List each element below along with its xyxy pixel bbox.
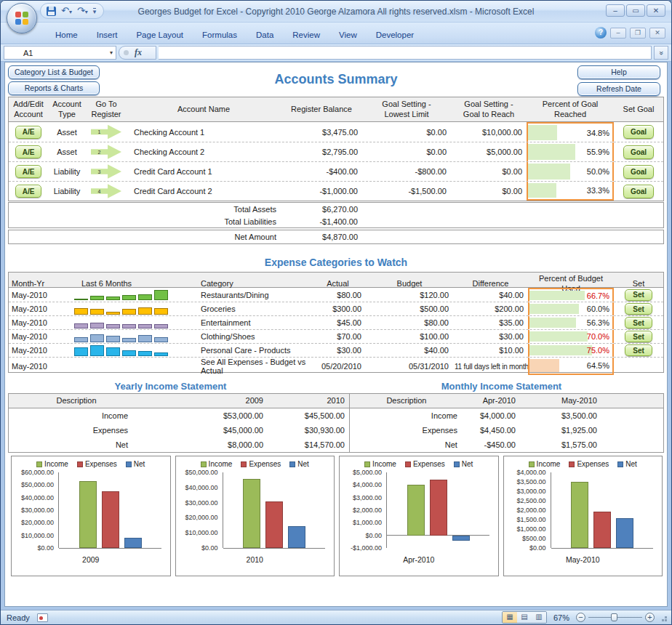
- spark-bar: [74, 299, 88, 300]
- tab-data[interactable]: Data: [247, 25, 283, 44]
- legend-swatch: [126, 461, 132, 467]
- percent-of-budget-cell: 64.5%: [528, 358, 614, 375]
- actual-value: $70.00: [310, 330, 366, 343]
- set-budget-button[interactable]: Set: [625, 289, 652, 301]
- legend-item: Income: [201, 460, 233, 468]
- help-icon[interactable]: ?: [595, 27, 607, 39]
- spark-bar: [122, 309, 136, 315]
- expense-row: May-2010 Groceries $300.00 $500.00 $200.…: [9, 302, 663, 315]
- go-to-register-arrow-button[interactable]: 2: [91, 145, 121, 160]
- legend-label: Income: [537, 460, 561, 468]
- legend-swatch: [364, 461, 370, 467]
- close-button[interactable]: ✕: [647, 4, 665, 17]
- bar-expenses: [430, 480, 447, 536]
- account-row: A/E Liability 4 Credit Card Account 2 -$…: [9, 181, 663, 201]
- expenses-summary-row: May-2010 See All Expenses - Budget vs Ac…: [9, 357, 663, 372]
- bar-expenses: [102, 491, 119, 548]
- set-goal-button[interactable]: Goal: [623, 125, 654, 139]
- page-title: Accounts Summary: [5, 62, 667, 96]
- go-to-register-arrow-button[interactable]: 3: [91, 164, 121, 180]
- legend-item: Net: [126, 460, 145, 468]
- set-goal-button[interactable]: Goal: [623, 185, 654, 198]
- add-edit-account-button[interactable]: A/E: [15, 145, 41, 158]
- value-may: $1,925.00: [519, 423, 617, 438]
- expand-formula-bar-button[interactable]: »: [654, 46, 668, 60]
- chart-legend: IncomeExpensesNet: [176, 459, 335, 469]
- tab-home[interactable]: Home: [46, 25, 87, 44]
- income-row: Net -$450.00 $1,575.00: [350, 438, 663, 452]
- normal-view-button[interactable]: ▦: [503, 612, 517, 623]
- workbook-close-button[interactable]: ✕: [649, 28, 665, 39]
- category-list-budget-button[interactable]: Category List & Budget: [8, 65, 100, 79]
- chart-legend: IncomeExpensesNet: [12, 459, 170, 469]
- set-budget-button[interactable]: Set: [625, 331, 652, 342]
- workbook-minimize-button[interactable]: –: [610, 28, 626, 39]
- zoom-out-button[interactable]: −: [576, 613, 585, 622]
- net-amount-label: Net Amount: [9, 230, 281, 243]
- zoom-in-button[interactable]: +: [645, 613, 655, 622]
- value-may: $1,575.00: [519, 438, 617, 452]
- go-to-register-arrow-button[interactable]: 4: [91, 184, 121, 199]
- set-budget-button[interactable]: Set: [625, 344, 652, 356]
- y-tick-label: $2,000.00: [353, 507, 382, 514]
- bar-net: [452, 536, 470, 541]
- expense-category: Groceries: [196, 302, 310, 315]
- spark-bar: [138, 294, 152, 300]
- set-budget-button[interactable]: Set: [625, 317, 652, 328]
- spark-bar: [154, 324, 168, 328]
- name-box[interactable]: A1 ▾: [4, 46, 116, 60]
- insert-function-icon[interactable]: fx: [135, 47, 142, 58]
- column-header: Goal Setting - Lowest Limit: [362, 97, 451, 121]
- monthly-header-row: Description Apr-2010 May-2010: [350, 394, 663, 408]
- month-yr: May-2010: [9, 344, 65, 357]
- macro-record-icon[interactable]: [37, 613, 48, 622]
- net-amount-value: $4,870.00: [281, 230, 362, 243]
- slider-thumb[interactable]: [611, 613, 617, 621]
- tab-view[interactable]: View: [329, 25, 367, 44]
- office-button[interactable]: [7, 3, 37, 33]
- legend-swatch: [617, 461, 623, 467]
- value-2010: $30,930.00: [268, 423, 349, 438]
- tab-developer[interactable]: Developer: [367, 25, 423, 44]
- budget-percent: 70.0%: [587, 330, 609, 343]
- add-edit-account-button[interactable]: A/E: [15, 165, 41, 178]
- bar-income: [407, 485, 425, 535]
- go-to-register-arrow-button[interactable]: 1: [91, 124, 121, 140]
- set-goal-button[interactable]: Goal: [623, 165, 654, 179]
- account-row: A/E Liability 3 Credit Card Account 1 -$…: [9, 161, 663, 181]
- legend-item: Net: [617, 460, 637, 468]
- spark-bar: [138, 324, 152, 328]
- tab-page-layout[interactable]: Page Layout: [127, 25, 193, 44]
- budget-value: $100.00: [366, 330, 453, 343]
- chart-legend: IncomeExpensesNet: [504, 459, 663, 469]
- help-button[interactable]: Help: [577, 65, 660, 79]
- column-header: Description: [350, 394, 463, 408]
- minimize-button[interactable]: –: [606, 4, 625, 17]
- name-box-dropdown-icon[interactable]: ▾: [110, 49, 113, 56]
- set-budget-button[interactable]: Set: [625, 303, 652, 315]
- add-edit-account-button[interactable]: A/E: [15, 126, 41, 139]
- resize-grip[interactable]: [660, 614, 667, 621]
- tab-insert[interactable]: Insert: [87, 25, 127, 44]
- goal-lowest-limit: -$800.00: [362, 162, 451, 181]
- spark-bar: [106, 336, 120, 342]
- formula-input[interactable]: [159, 46, 652, 60]
- column-header: 2010: [268, 394, 349, 408]
- accounts-table: Add/Edit Account Account Type Go To Regi…: [8, 97, 664, 201]
- page-break-view-button[interactable]: ▥: [532, 612, 546, 623]
- page-layout-view-button[interactable]: ▤: [517, 612, 532, 623]
- spark-bar: [154, 337, 168, 342]
- tab-formulas[interactable]: Formulas: [193, 25, 247, 44]
- add-edit-account-button[interactable]: A/E: [15, 185, 41, 198]
- zoom-slider[interactable]: [588, 613, 642, 622]
- expenses-table: Month-Yr Last 6 Months Category Actual B…: [8, 272, 664, 373]
- formula-bar: A1 ▾ fx »: [1, 44, 671, 62]
- refresh-date-button[interactable]: Refresh Date: [577, 82, 660, 96]
- workbook-restore-button[interactable]: ❐: [630, 28, 646, 39]
- y-tick-label: $3,000.00: [353, 494, 382, 501]
- column-header: Goal Setting - Goal to Reach: [451, 97, 527, 121]
- tab-review[interactable]: Review: [283, 25, 329, 44]
- set-goal-button[interactable]: Goal: [623, 145, 654, 159]
- maximize-button[interactable]: ▭: [626, 4, 645, 17]
- reports-charts-button[interactable]: Reports & Charts: [8, 81, 100, 95]
